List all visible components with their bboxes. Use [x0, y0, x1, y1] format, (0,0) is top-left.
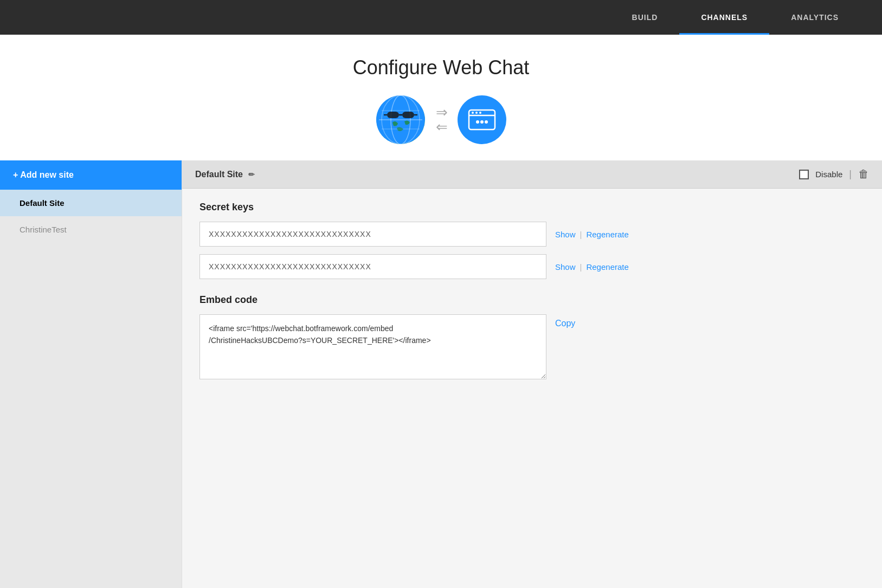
content-header-left: Default Site ✏: [195, 170, 255, 179]
embed-code-title: Embed code: [199, 294, 865, 306]
globe-icon: [376, 95, 425, 144]
secret-key-1-input[interactable]: [199, 222, 546, 247]
nav-item-channels[interactable]: CHANNELS: [679, 0, 769, 35]
sidebar-item-default-site[interactable]: Default Site: [0, 190, 182, 216]
edit-icon[interactable]: ✏: [248, 170, 255, 179]
top-nav: BUILD CHANNELS ANALYTICS: [0, 0, 882, 35]
copy-button[interactable]: Copy: [555, 319, 575, 328]
secret-key-2-input[interactable]: [199, 254, 546, 279]
disable-checkbox[interactable]: [799, 170, 809, 179]
exchange-arrows-icon: ⇒ ⇐: [436, 104, 447, 135]
svg-point-18: [485, 120, 488, 124]
sidebar-item-christinetest[interactable]: ChristineTest: [0, 216, 182, 243]
site-name-label: Default Site: [195, 170, 243, 179]
svg-point-15: [479, 112, 481, 114]
key-2-actions: Show | Regenerate: [555, 262, 629, 272]
content-header-right: Disable | 🗑: [799, 168, 869, 180]
embed-row: <iframe src='https://webchat.botframewor…: [199, 314, 865, 379]
regenerate-key-2-link[interactable]: Regenerate: [586, 262, 628, 272]
regenerate-key-1-link[interactable]: Regenerate: [586, 230, 628, 239]
hero-icons: ⇒ ⇐: [376, 95, 506, 144]
nav-item-build[interactable]: BUILD: [610, 0, 680, 35]
nav-items: BUILD CHANNELS ANALYTICS: [610, 0, 860, 35]
embed-code-textarea[interactable]: <iframe src='https://webchat.botframewor…: [199, 314, 546, 379]
main-layout: + Add new site Default Site ChristineTes…: [0, 160, 882, 588]
svg-point-16: [476, 120, 479, 124]
content-body: Secret keys Show | Regenerate Show | Reg…: [182, 189, 882, 392]
svg-rect-6: [387, 112, 399, 118]
key-row-1: Show | Regenerate: [199, 222, 865, 247]
content-area: Default Site ✏ Disable | 🗑 Secret keys S…: [182, 160, 882, 588]
webchat-icon: [458, 95, 506, 144]
show-key-1-link[interactable]: Show: [555, 230, 576, 239]
svg-rect-7: [402, 112, 414, 118]
svg-point-17: [480, 120, 484, 124]
hero-section: Configure Web Chat: [0, 35, 882, 160]
page-title: Configure Web Chat: [353, 56, 530, 79]
key-row-2: Show | Regenerate: [199, 254, 865, 279]
svg-point-13: [472, 112, 474, 114]
embed-actions: Copy: [555, 314, 575, 328]
sidebar: + Add new site Default Site ChristineTes…: [0, 160, 182, 588]
show-key-2-link[interactable]: Show: [555, 262, 576, 272]
add-new-site-button[interactable]: + Add new site: [0, 160, 182, 190]
secret-keys-title: Secret keys: [199, 202, 865, 213]
delete-icon[interactable]: 🗑: [858, 168, 869, 180]
key-1-actions: Show | Regenerate: [555, 230, 629, 239]
separator: |: [849, 169, 852, 180]
disable-label: Disable: [815, 170, 842, 179]
content-header: Default Site ✏ Disable | 🗑: [182, 160, 882, 189]
embed-section: Embed code <iframe src='https://webchat.…: [199, 294, 865, 379]
nav-item-analytics[interactable]: ANALYTICS: [769, 0, 860, 35]
svg-point-14: [475, 112, 478, 114]
